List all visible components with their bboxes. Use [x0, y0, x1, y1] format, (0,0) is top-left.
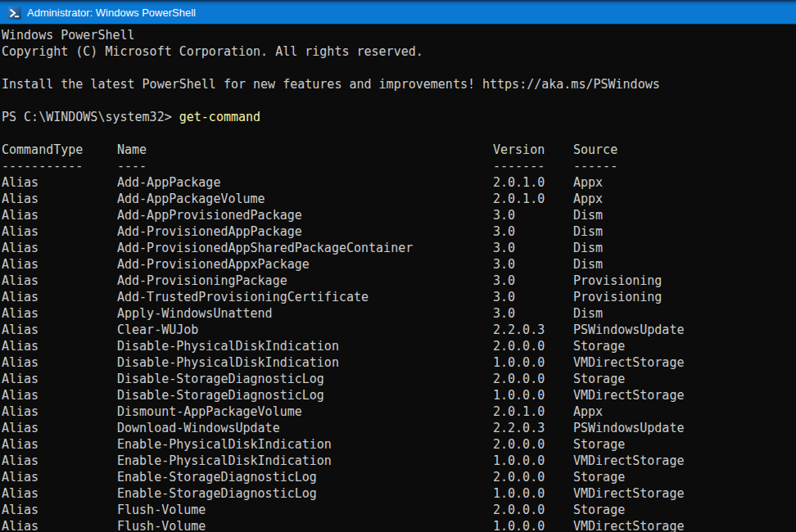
header-name: Name [117, 142, 147, 158]
cell-source: Appx [573, 191, 603, 207]
table-row: AliasAdd-ProvisionedAppPackage3.0Dism [2, 223, 796, 240]
cell-source: Storage [573, 371, 625, 387]
cell-commandtype: Alias [2, 322, 38, 338]
table-row: AliasDisable-PhysicalDiskIndication2.0.0… [2, 338, 796, 354]
cell-commandtype: Alias [2, 436, 38, 453]
cell-commandtype: Alias [2, 338, 38, 354]
cell-name: Disable-PhysicalDiskIndication [117, 354, 339, 371]
cell-source: Dism [573, 223, 603, 240]
cell-name: Add-ProvisionedAppxPackage [117, 256, 310, 273]
cell-name: Add-ProvisionedAppSharedPackageContainer [117, 240, 413, 256]
cell-source: Storage [573, 469, 625, 485]
blank-line [2, 92, 796, 109]
table-row: AliasAdd-ProvisionedAppxPackage3.0Dism [2, 256, 796, 273]
cell-name: Apply-WindowsUnattend [117, 305, 273, 322]
blank-line [2, 60, 796, 76]
cell-name: Add-TrustedProvisioningCertificate [117, 289, 369, 305]
cell-commandtype: Alias [2, 256, 38, 273]
cell-source: Provisioning [573, 289, 662, 305]
header-version: Version [493, 142, 545, 158]
cell-name: Add-AppPackageVolume [117, 191, 265, 207]
cell-version: 2.0.0.0 [493, 371, 545, 387]
banner-line-2: Copyright (C) Microsoft Corporation. All… [2, 43, 796, 60]
cell-source: VMDirectStorage [573, 387, 684, 404]
cell-version: 2.0.0.0 [493, 469, 545, 485]
table-row: AliasDismount-AppPackageVolume2.0.1.0App… [2, 404, 796, 420]
cell-version: 3.0 [493, 305, 515, 322]
cell-source: Storage [573, 502, 625, 518]
cell-source: Storage [573, 338, 625, 354]
cell-commandtype: Alias [2, 518, 38, 532]
prompt: PS C:\WINDOWS\system32> [2, 110, 179, 124]
cell-source: VMDirectStorage [573, 485, 684, 502]
cell-commandtype: Alias [2, 354, 38, 371]
cell-source: Dism [573, 207, 603, 223]
powershell-icon [8, 7, 21, 20]
table-row: AliasFlush-Volume1.0.0.0VMDirectStorage [2, 518, 796, 532]
titlebar[interactable]: Administrator: Windows PowerShell [0, 0, 796, 25]
cell-commandtype: Alias [2, 404, 38, 420]
cell-source: Appx [573, 404, 603, 420]
blank-line [2, 125, 796, 142]
cell-commandtype: Alias [2, 502, 38, 518]
cell-name: Flush-Volume [117, 502, 206, 518]
cell-commandtype: Alias [2, 485, 38, 502]
cell-commandtype: Alias [2, 387, 38, 404]
cell-commandtype: Alias [2, 469, 38, 485]
table-row: AliasAdd-AppPackageVolume2.0.1.0Appx [2, 191, 796, 207]
cell-version: 2.2.0.3 [493, 322, 545, 338]
cell-source: Dism [573, 240, 603, 256]
cell-name: Download-WindowsUpdate [117, 420, 280, 436]
typed-command: get-command [179, 110, 260, 124]
cell-source: PSWindowsUpdate [573, 322, 684, 338]
cell-commandtype: Alias [2, 371, 38, 387]
banner-line-1: Windows PowerShell [2, 27, 796, 43]
underline-name: ---- [117, 158, 147, 174]
cell-name: Disable-StorageDiagnosticLog [117, 387, 324, 404]
table-row: AliasAdd-TrustedProvisioningCertificate3… [2, 289, 796, 305]
underline-version: ------- [493, 158, 545, 174]
terminal-output[interactable]: Windows PowerShell Copyright (C) Microso… [0, 25, 796, 532]
cell-name: Enable-PhysicalDiskIndication [117, 436, 332, 453]
cell-name: Flush-Volume [117, 518, 206, 532]
table-rows: AliasAdd-AppPackage2.0.1.0AppxAliasAdd-A… [2, 174, 796, 532]
table-row: AliasAdd-ProvisioningPackage3.0Provision… [2, 273, 796, 289]
cell-commandtype: Alias [2, 191, 38, 207]
cell-source: VMDirectStorage [573, 453, 684, 469]
cell-source: Provisioning [573, 273, 662, 289]
cell-commandtype: Alias [2, 420, 38, 436]
cell-commandtype: Alias [2, 453, 38, 469]
cell-version: 3.0 [493, 240, 515, 256]
window-title: Administrator: Windows PowerShell [27, 7, 196, 19]
cell-version: 3.0 [493, 273, 515, 289]
cell-version: 1.0.0.0 [493, 453, 545, 469]
table-row: AliasAdd-AppPackage2.0.1.0Appx [2, 174, 796, 191]
table-row: AliasDisable-PhysicalDiskIndication1.0.0… [2, 354, 796, 371]
table-header-row: CommandType Name Version Source [2, 142, 796, 158]
cell-source: Dism [573, 305, 603, 322]
table-row: AliasEnable-StorageDiagnosticLog1.0.0.0V… [2, 485, 796, 502]
cell-source: PSWindowsUpdate [573, 420, 684, 436]
cell-commandtype: Alias [2, 289, 38, 305]
cell-name: Disable-PhysicalDiskIndication [117, 338, 339, 354]
cell-version: 1.0.0.0 [493, 387, 545, 404]
cell-name: Add-ProvisioningPackage [117, 273, 287, 289]
cell-name: Enable-PhysicalDiskIndication [117, 453, 332, 469]
cell-version: 3.0 [493, 207, 515, 223]
cell-name: Dismount-AppPackageVolume [117, 404, 302, 420]
underline-commandtype: ----------- [2, 158, 83, 174]
table-row: AliasEnable-PhysicalDiskIndication2.0.0.… [2, 436, 796, 453]
cell-version: 2.0.0.0 [493, 338, 545, 354]
header-source: Source [573, 142, 617, 158]
table-row: AliasDisable-StorageDiagnosticLog1.0.0.0… [2, 387, 796, 404]
cell-name: Disable-StorageDiagnosticLog [117, 371, 324, 387]
cell-commandtype: Alias [2, 273, 38, 289]
cell-version: 3.0 [493, 256, 515, 273]
cell-version: 2.0.1.0 [493, 191, 545, 207]
cell-commandtype: Alias [2, 174, 38, 191]
cell-version: 3.0 [493, 289, 515, 305]
table-row: AliasClear-WUJob2.2.0.3PSWindowsUpdate [2, 322, 796, 338]
cell-source: VMDirectStorage [573, 518, 684, 532]
cell-version: 2.2.0.3 [493, 420, 545, 436]
prompt-line: PS C:\WINDOWS\system32> get-command [2, 109, 796, 125]
